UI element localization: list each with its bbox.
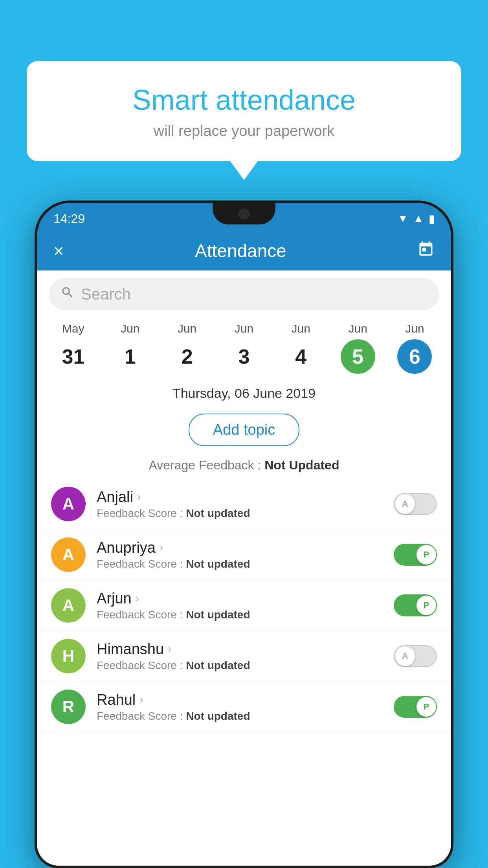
- attendance-toggle[interactable]: A: [394, 493, 437, 515]
- search-icon: [61, 285, 75, 303]
- cal-date-number[interactable]: 2: [170, 339, 204, 374]
- attendance-toggle[interactable]: P: [394, 594, 437, 616]
- student-item[interactable]: AAnupriya ›Feedback Score : Not updatedP: [37, 530, 451, 580]
- attendance-toggle[interactable]: P: [394, 696, 437, 718]
- student-item[interactable]: HHimanshu ›Feedback Score : Not updatedA: [37, 631, 451, 682]
- bubble-subtitle: will replace your paperwork: [46, 123, 442, 140]
- student-list: AAnjali ›Feedback Score : Not updatedAAA…: [37, 479, 451, 732]
- chevron-right-icon: ›: [137, 491, 141, 503]
- battery-icon: ▮: [429, 212, 435, 225]
- toggle-track: A: [394, 493, 437, 515]
- student-name: Anupriya ›: [97, 539, 383, 556]
- wifi-icon: ▼: [398, 212, 409, 225]
- signal-icon: ▲: [413, 212, 424, 225]
- feedback-label: Feedback Score :: [97, 659, 183, 671]
- student-avatar: H: [51, 639, 86, 673]
- calendar-day[interactable]: Jun1: [113, 322, 147, 374]
- student-info: Anupriya ›Feedback Score : Not updated: [97, 539, 383, 570]
- selected-date-info: Thursday, 06 June 2019: [37, 378, 451, 405]
- cal-month-label: May: [62, 322, 84, 335]
- cal-month-label: Jun: [348, 322, 367, 335]
- chevron-right-icon: ›: [168, 643, 171, 655]
- feedback-value: Not updated: [186, 609, 250, 621]
- student-name: Rahul ›: [97, 691, 383, 708]
- toggle-thumb: P: [416, 596, 436, 615]
- cal-date-number[interactable]: 6: [397, 339, 432, 374]
- phone-camera: [238, 208, 250, 219]
- cal-date-number[interactable]: 31: [56, 339, 90, 374]
- attendance-toggle[interactable]: P: [394, 544, 437, 566]
- feedback-label: Feedback Score :: [97, 609, 183, 621]
- feedback-label: Feedback Score :: [97, 710, 183, 722]
- phone-notch: [213, 203, 275, 224]
- cal-month-label: Jun: [405, 322, 424, 335]
- calendar-day[interactable]: May31: [56, 322, 90, 374]
- student-avatar: A: [51, 537, 86, 572]
- search-box[interactable]: Search: [49, 278, 439, 310]
- student-name: Himanshu ›: [97, 641, 383, 658]
- cal-date-number[interactable]: 3: [227, 339, 261, 374]
- calendar-icon[interactable]: [417, 241, 435, 261]
- speech-bubble: Smart attendance will replace your paper…: [27, 61, 461, 161]
- toggle-thumb: A: [395, 646, 415, 666]
- bubble-title: Smart attendance: [46, 85, 442, 116]
- student-name: Anjali ›: [97, 489, 383, 506]
- header-title: Attendance: [195, 240, 286, 261]
- app-content: Search May31Jun1Jun2Jun3Jun4Jun5Jun6 Thu…: [37, 270, 451, 732]
- toggle-track: A: [394, 645, 437, 667]
- avg-feedback-value: Not Updated: [264, 458, 339, 472]
- student-item[interactable]: AArjun ›Feedback Score : Not updatedP: [37, 580, 451, 631]
- student-info: Arjun ›Feedback Score : Not updated: [97, 590, 383, 621]
- student-feedback-row: Feedback Score : Not updated: [97, 507, 383, 520]
- cal-date-number[interactable]: 4: [284, 339, 318, 374]
- search-container: Search: [37, 270, 451, 316]
- phone-frame: 14:29 ▼ ▲ ▮ × Attendance: [35, 200, 453, 868]
- student-item[interactable]: AAnjali ›Feedback Score : Not updatedA: [37, 479, 451, 530]
- speech-bubble-container: Smart attendance will replace your paper…: [27, 61, 461, 161]
- chevron-right-icon: ›: [139, 693, 143, 706]
- add-topic-button[interactable]: Add topic: [189, 414, 299, 446]
- student-info: Anjali ›Feedback Score : Not updated: [97, 489, 383, 520]
- toggle-thumb: A: [395, 494, 415, 514]
- search-placeholder: Search: [81, 285, 131, 303]
- student-feedback-row: Feedback Score : Not updated: [97, 659, 383, 672]
- status-icons: ▼ ▲ ▮: [398, 212, 435, 225]
- app-header: × Attendance: [37, 231, 451, 270]
- calendar-day[interactable]: Jun5: [341, 322, 375, 374]
- cal-month-label: Jun: [121, 322, 139, 335]
- calendar-day[interactable]: Jun6: [397, 322, 432, 374]
- feedback-value: Not updated: [186, 710, 250, 722]
- student-info: Rahul ›Feedback Score : Not updated: [97, 691, 383, 723]
- toggle-thumb: P: [416, 697, 436, 717]
- calendar-day[interactable]: Jun3: [227, 322, 261, 374]
- feedback-label: Feedback Score :: [97, 558, 183, 570]
- calendar-strip: May31Jun1Jun2Jun3Jun4Jun5Jun6: [37, 316, 451, 378]
- toggle-track: P: [394, 696, 437, 718]
- student-item[interactable]: RRahul ›Feedback Score : Not updatedP: [37, 682, 451, 732]
- toggle-track: P: [394, 594, 437, 616]
- cal-month-label: Jun: [235, 322, 253, 335]
- student-name-text: Arjun: [97, 590, 132, 607]
- student-name-text: Anjali: [97, 489, 133, 506]
- student-feedback-row: Feedback Score : Not updated: [97, 558, 383, 570]
- phone-screen: × Attendance: [37, 231, 451, 866]
- feedback-label: Feedback Score :: [97, 507, 183, 519]
- student-avatar: A: [51, 588, 86, 623]
- student-avatar: A: [51, 487, 86, 521]
- feedback-value: Not updated: [186, 558, 250, 570]
- attendance-toggle[interactable]: A: [394, 645, 437, 667]
- status-time: 14:29: [53, 211, 85, 226]
- calendar-day[interactable]: Jun2: [170, 322, 204, 374]
- student-name: Arjun ›: [97, 590, 383, 607]
- student-name-text: Anupriya: [97, 539, 156, 556]
- cal-date-number[interactable]: 1: [113, 339, 147, 374]
- feedback-value: Not updated: [186, 659, 250, 671]
- feedback-value: Not updated: [186, 507, 250, 519]
- close-button[interactable]: ×: [53, 240, 64, 261]
- cal-date-number[interactable]: 5: [341, 339, 375, 374]
- student-feedback-row: Feedback Score : Not updated: [97, 609, 383, 621]
- chevron-right-icon: ›: [136, 592, 139, 605]
- student-name-text: Rahul: [97, 691, 136, 708]
- calendar-day[interactable]: Jun4: [284, 322, 318, 374]
- student-avatar: R: [51, 690, 86, 724]
